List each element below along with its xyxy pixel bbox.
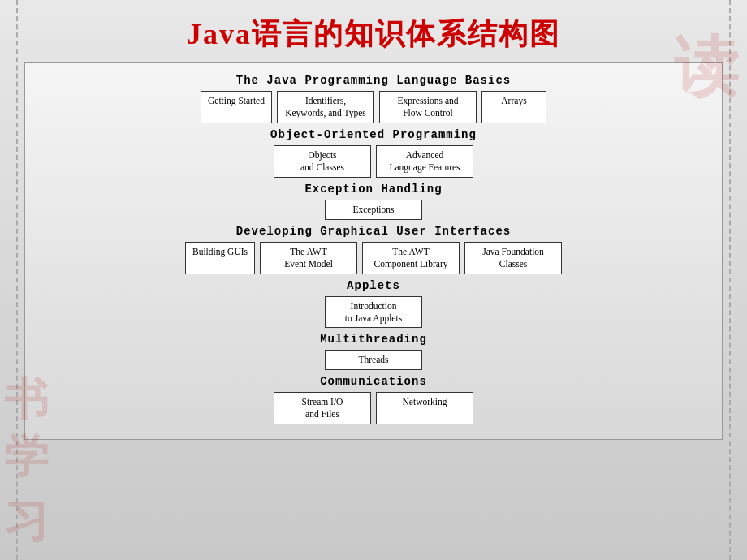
box-java-applets: Introductionto Java Applets [325, 296, 422, 329]
section-gui-title: Developing Graphical User Interfaces [35, 225, 712, 238]
applets-boxes-row: Introductionto Java Applets [35, 296, 712, 329]
section-applets: Applets Introductionto Java Applets [35, 279, 712, 329]
communications-boxes-row: Stream I/Oand Files Networking [35, 392, 712, 424]
multithreading-boxes-row: Threads [35, 350, 712, 370]
box-identifiers: Identifiers,Keywords, and Types [277, 91, 374, 123]
section-oop-title: Object-Oriented Programming [35, 128, 712, 141]
section-multithreading: Multithreading Threads [35, 333, 712, 370]
box-jfc: Java FoundationClasses [464, 242, 562, 274]
section-exceptions-title: Exception Handling [35, 183, 712, 196]
box-advanced-features: AdvancedLanguage Features [376, 145, 473, 178]
box-arrays: Arrays [481, 91, 546, 123]
box-networking: Networking [376, 392, 473, 424]
section-gui: Developing Graphical User Interfaces Bui… [35, 225, 712, 274]
section-applets-title: Applets [35, 279, 712, 292]
section-oop: Object-Oriented Programming Objectsand C… [35, 128, 712, 178]
section-basics-title: The Java Programming Language Basics [35, 74, 712, 87]
box-exceptions: Exceptions [325, 200, 422, 220]
gui-boxes-row: Building GUIs The AWTEvent Model The AWT… [35, 242, 712, 274]
box-expressions: Expressions andFlow Control [379, 91, 477, 123]
box-building-guis: Building GUIs [185, 242, 255, 274]
basics-boxes-row: Getting Started Identifiers,Keywords, an… [35, 91, 712, 123]
watermark-4: 习 [4, 492, 49, 552]
section-communications-title: Communications [35, 375, 712, 388]
box-objects-classes: Objectsand Classes [274, 145, 371, 178]
box-awt-component: The AWTComponent Library [362, 242, 460, 274]
section-basics: The Java Programming Language Basics Get… [35, 74, 712, 123]
section-exceptions: Exception Handling Exceptions [35, 183, 712, 220]
exceptions-boxes-row: Exceptions [35, 200, 712, 220]
main-container: The Java Programming Language Basics Get… [24, 62, 723, 440]
box-threads: Threads [325, 350, 422, 370]
box-stream-io: Stream I/Oand Files [274, 392, 371, 424]
page-title: Java语言的知识体系结构图 [0, 0, 747, 62]
section-multithreading-title: Multithreading [35, 333, 712, 346]
box-awt-event: The AWTEvent Model [260, 242, 357, 274]
section-communications: Communications Stream I/Oand Files Netwo… [35, 375, 712, 424]
box-getting-started: Getting Started [201, 91, 272, 123]
oop-boxes-row: Objectsand Classes AdvancedLanguage Feat… [35, 145, 712, 178]
